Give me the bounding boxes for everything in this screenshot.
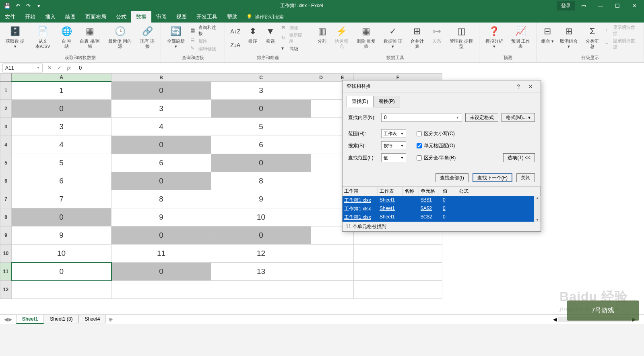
sort-button[interactable]: ⬍排序 bbox=[244, 24, 261, 45]
sheet-nav-prev-icon[interactable]: ◀ bbox=[4, 317, 8, 322]
search-select[interactable]: 按行▼ bbox=[381, 141, 406, 150]
chevron-down-icon[interactable]: ▼ bbox=[37, 66, 40, 70]
minimize-icon[interactable]: — bbox=[592, 0, 609, 11]
sort-az-button[interactable]: A↓ZZ↓A bbox=[227, 24, 244, 52]
cell[interactable]: 0 bbox=[12, 263, 111, 281]
within-select[interactable]: 工作表▼ bbox=[381, 129, 406, 138]
horizontal-scrollbar[interactable]: ◀ ▶ bbox=[553, 317, 644, 322]
cell[interactable]: 5 bbox=[12, 154, 111, 172]
cell[interactable]: 0 bbox=[111, 136, 211, 154]
cell[interactable] bbox=[354, 263, 442, 281]
enter-icon[interactable]: ✓ bbox=[55, 64, 64, 72]
cell[interactable] bbox=[111, 281, 211, 299]
tab-developer[interactable]: 开发工具 bbox=[192, 11, 222, 23]
results-list[interactable]: 工作簿1.xlsxSheet1$B$10工作簿1.xlsxSheet1$A$20… bbox=[343, 196, 541, 222]
consolidate-button[interactable]: ⊞合并计算 bbox=[407, 24, 427, 50]
row-header[interactable]: 11 bbox=[0, 263, 12, 281]
select-all-corner[interactable] bbox=[0, 74, 12, 82]
format-button[interactable]: 格式(M)... ▾ bbox=[502, 113, 535, 122]
cell[interactable]: 0 bbox=[111, 172, 211, 190]
row-header[interactable]: 5 bbox=[0, 154, 12, 172]
cell[interactable]: 4 bbox=[111, 118, 211, 136]
cell[interactable] bbox=[311, 136, 331, 154]
cell[interactable]: 6 bbox=[111, 154, 211, 172]
sheet-tab[interactable]: Sheet4 bbox=[78, 315, 106, 323]
subtotal-button[interactable]: Σ分类汇总 bbox=[582, 24, 603, 50]
cell[interactable]: 0 bbox=[211, 154, 311, 172]
recent-sources-button[interactable]: 🕒最近使 用的源 bbox=[105, 24, 136, 50]
cell[interactable]: 9 bbox=[111, 208, 211, 226]
cell[interactable]: 10 bbox=[211, 208, 311, 226]
lookin-select[interactable]: 值▼ bbox=[381, 153, 406, 162]
tab-draw[interactable]: 绘图 bbox=[60, 11, 80, 23]
cell[interactable]: 13 bbox=[211, 263, 311, 281]
tab-file[interactable]: 文件 bbox=[0, 11, 20, 23]
cell[interactable]: 9 bbox=[12, 226, 111, 245]
chevron-down-icon[interactable]: ▼ bbox=[456, 116, 459, 119]
cell[interactable] bbox=[331, 281, 354, 299]
cancel-icon[interactable]: ✕ bbox=[45, 64, 54, 72]
qat-customize-icon[interactable]: ▾ bbox=[34, 1, 43, 10]
cell[interactable] bbox=[211, 281, 311, 299]
cell[interactable] bbox=[311, 263, 331, 281]
cell[interactable] bbox=[331, 245, 354, 263]
cell[interactable]: 6 bbox=[211, 136, 311, 154]
result-row[interactable]: 工作簿1.xlsxSheet1$C$20 bbox=[343, 213, 541, 222]
formula-input[interactable]: 0 bbox=[76, 65, 644, 71]
cell[interactable]: 8 bbox=[211, 172, 311, 190]
cell[interactable] bbox=[311, 118, 331, 136]
row-header[interactable]: 9 bbox=[0, 226, 12, 245]
group-button[interactable]: ⊟组合 ▾ bbox=[539, 24, 556, 45]
save-icon[interactable]: 💾 bbox=[2, 1, 12, 10]
column-header[interactable]: D bbox=[311, 74, 331, 82]
scroll-right-icon[interactable]: ▶ bbox=[632, 317, 636, 322]
remove-duplicates-button[interactable]: ▦删除 重复值 bbox=[353, 24, 380, 50]
row-header[interactable]: 2 bbox=[0, 100, 12, 118]
cell[interactable]: 5 bbox=[211, 118, 311, 136]
column-header[interactable]: B bbox=[111, 74, 211, 82]
cell[interactable]: 3 bbox=[12, 118, 111, 136]
column-header[interactable]: A bbox=[12, 74, 111, 82]
row-header[interactable]: 1 bbox=[0, 82, 12, 100]
close-button[interactable]: 关闭 bbox=[516, 173, 535, 182]
ribbon-options-icon[interactable]: ▭ bbox=[576, 0, 592, 11]
from-table-button[interactable]: ▦自表 格/区域 bbox=[76, 24, 104, 50]
sheet-tab[interactable]: Sheet1 bbox=[16, 315, 44, 324]
tab-view[interactable]: 视图 bbox=[171, 11, 192, 23]
match-width-checkbox[interactable]: 区分全/半角(B) bbox=[417, 154, 456, 161]
ungroup-button[interactable]: ⊞取消组合 ▾ bbox=[557, 24, 581, 50]
forecast-sheet-button[interactable]: 📈预测 工作表 bbox=[507, 24, 534, 50]
cell[interactable]: 0 bbox=[12, 208, 111, 226]
cell[interactable]: 1 bbox=[12, 82, 111, 100]
tab-pagelayout[interactable]: 页面布局 bbox=[80, 11, 111, 23]
cell[interactable] bbox=[311, 190, 331, 208]
queries-connections-button[interactable]: ▤查询和连接 bbox=[189, 24, 222, 37]
tell-me-search[interactable]: 💡 操作说明搜索 bbox=[242, 11, 288, 23]
row-header[interactable]: 6 bbox=[0, 172, 12, 190]
row-header[interactable]: 3 bbox=[0, 118, 12, 136]
from-web-button[interactable]: 🌐自 网站 bbox=[58, 24, 75, 50]
cell[interactable]: 9 bbox=[211, 190, 311, 208]
find-next-button[interactable]: 查找下一个(F) bbox=[473, 173, 512, 182]
dialog-titlebar[interactable]: 查找和替换 ? ✕ bbox=[343, 80, 541, 93]
cell[interactable] bbox=[311, 172, 331, 190]
cell[interactable]: 0 bbox=[12, 100, 111, 118]
close-icon[interactable]: ✕ bbox=[524, 83, 537, 90]
find-all-button[interactable]: 查找全部(I) bbox=[436, 173, 468, 182]
close-icon[interactable]: ✕ bbox=[626, 0, 642, 11]
from-text-csv-button[interactable]: 📄从文 本/CSV bbox=[29, 24, 57, 50]
match-case-checkbox[interactable]: 区分大小写(C) bbox=[417, 130, 455, 137]
options-button[interactable]: 选项(T) << bbox=[503, 153, 535, 162]
undo-icon[interactable]: ↶ bbox=[13, 1, 23, 10]
cell[interactable]: 3 bbox=[111, 100, 211, 118]
fx-icon[interactable]: fx bbox=[64, 64, 73, 72]
cell[interactable] bbox=[311, 100, 331, 118]
cell[interactable]: 0 bbox=[111, 226, 211, 245]
help-icon[interactable]: ? bbox=[512, 83, 524, 90]
cell[interactable] bbox=[311, 245, 331, 263]
tab-formulas[interactable]: 公式 bbox=[111, 11, 131, 23]
cell[interactable]: 0 bbox=[111, 82, 211, 100]
get-data-button[interactable]: 🗄️获取数 据 ▾ bbox=[2, 24, 28, 50]
match-entire-cell-checkbox[interactable]: 单元格匹配(O) bbox=[417, 142, 455, 149]
cell[interactable]: 12 bbox=[211, 245, 311, 263]
